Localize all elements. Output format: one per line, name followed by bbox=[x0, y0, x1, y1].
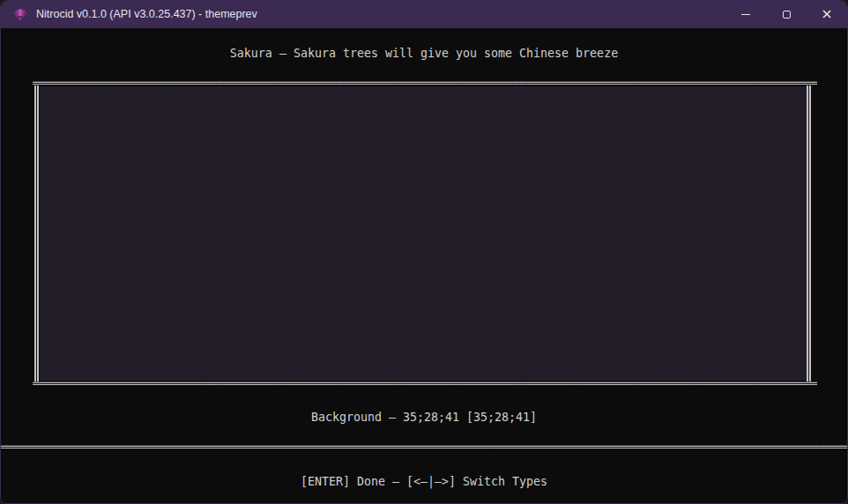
color-preview-box: ════════════════════════════════════════… bbox=[33, 75, 817, 392]
window-title: Nitrocid v0.1.0 (API v3.0.25.437) - them… bbox=[36, 8, 257, 20]
separator-line: ════════════════════════════════════════… bbox=[1, 439, 847, 456]
keybindings-hint-text: [ENTER] Done — [<—|—>] Switch Types bbox=[1, 473, 847, 490]
terminal-screen[interactable]: Sakura — Sakura trees will give you some… bbox=[1, 28, 847, 503]
minimize-icon bbox=[741, 14, 750, 15]
preview-box-top-border: ════════════════════════════════════════… bbox=[33, 75, 817, 92]
app-window: Nitrocid v0.1.0 (API v3.0.25.437) - them… bbox=[0, 0, 848, 504]
nitrocid-logo-icon bbox=[12, 6, 28, 22]
maximize-button[interactable] bbox=[766, 0, 807, 28]
minimize-button[interactable] bbox=[725, 0, 766, 28]
preview-box-right-border bbox=[807, 85, 811, 382]
titlebar[interactable]: Nitrocid v0.1.0 (API v3.0.25.437) - them… bbox=[1, 0, 847, 28]
preview-box-left-border bbox=[34, 85, 39, 382]
theme-title-text: Sakura — Sakura trees will give you some… bbox=[1, 45, 847, 62]
close-button[interactable]: × bbox=[807, 0, 847, 28]
color-preview-swatch bbox=[40, 86, 810, 381]
maximize-icon bbox=[783, 11, 791, 19]
selected-color-label: Background — 35;28;41 [35;28;41] bbox=[1, 409, 847, 426]
preview-box-bottom-border: ════════════════════════════════════════… bbox=[33, 375, 817, 392]
close-icon: × bbox=[821, 7, 832, 21]
